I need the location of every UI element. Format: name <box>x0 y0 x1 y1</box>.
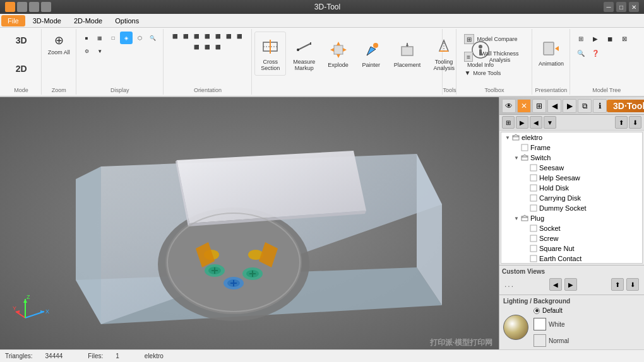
nav-btn-2[interactable]: ▶ <box>516 116 528 129</box>
btn-orient-9[interactable]: ⬛ <box>203 42 213 52</box>
tree-item[interactable]: ▼ elektro <box>501 132 642 143</box>
menu-options[interactable]: Options <box>109 14 145 28</box>
btn-tree-2[interactable]: ▶ <box>588 32 602 45</box>
btn-2d[interactable]: 2D <box>10 59 33 79</box>
svg-marker-24 <box>76 166 101 324</box>
viewport[interactable]: X Y Z 打印派·模型打印网 <box>0 97 499 349</box>
tree-item[interactable]: Hold Disk <box>501 183 642 193</box>
tree-item[interactable]: Screw <box>501 233 642 243</box>
svg-rect-68 <box>530 225 537 231</box>
btn-more-tools[interactable]: ▼ More Tools <box>460 67 528 79</box>
nav-btn-1[interactable]: ⊞ <box>502 116 515 129</box>
menu-file[interactable]: File <box>1 15 25 26</box>
panel-copy-btn[interactable]: ⧉ <box>578 99 592 113</box>
btn-placement[interactable]: Placement <box>388 32 427 76</box>
btn-orient-5[interactable]: ⬛ <box>213 32 224 42</box>
btn-tree-1[interactable]: ⊞ <box>574 32 588 45</box>
tree-item[interactable]: Socket <box>501 223 642 233</box>
zoom-label: Zoom <box>52 86 66 93</box>
btn-display-8[interactable]: ▼ <box>93 45 106 57</box>
btn-display-5[interactable]: ⬡ <box>133 32 146 44</box>
cv-nav-btn-2[interactable]: ▶ <box>564 278 577 291</box>
btn-display-4[interactable]: ◈ <box>120 32 133 44</box>
normal-label: Normal <box>549 337 569 344</box>
svg-marker-8 <box>337 42 340 45</box>
tree-item[interactable]: ▼ Switch <box>501 153 642 163</box>
btn-display-1[interactable]: ■ <box>80 32 93 44</box>
cv-dots: ... <box>504 280 515 289</box>
tree-expander[interactable]: ▼ <box>513 216 520 221</box>
nav-btn-6[interactable]: ⬇ <box>629 116 641 129</box>
btn-zoom-all[interactable]: ⊕ Zoom All <box>44 30 74 58</box>
btn-orient-4[interactable]: ⬛ <box>203 32 213 42</box>
more-tools-label: More Tools <box>473 70 501 76</box>
tree-item[interactable]: Square Nut <box>501 243 642 254</box>
cv-nav-btn-3[interactable]: ⬆ <box>611 278 624 291</box>
btn-orient-8[interactable]: ⬛ <box>192 42 202 52</box>
tree-item[interactable]: Seesaw <box>501 163 642 173</box>
btn-orient-6[interactable]: ⬛ <box>224 32 234 42</box>
panel-eye-btn[interactable]: 👁 <box>502 99 516 113</box>
tree-view[interactable]: ▼ elektro Frame ▼ Switch Seesaw Help See… <box>501 132 643 264</box>
btn-orient-10[interactable]: ⬛ <box>213 42 224 52</box>
lighting-sphere[interactable] <box>503 315 528 340</box>
panel-info-btn[interactable]: ℹ <box>593 99 607 113</box>
svg-text:Y: Y <box>13 305 16 312</box>
menu-2dmode[interactable]: 2D-Mode <box>68 14 109 28</box>
close-button[interactable]: ✕ <box>629 2 639 12</box>
wall-thickness-label: Wall Thickness Analysis <box>475 50 525 63</box>
btn-orient-2[interactable]: ⬛ <box>181 32 191 42</box>
panel-resize-btn[interactable]: ⊞ <box>532 99 546 113</box>
tree-expander[interactable]: ▼ <box>504 135 511 141</box>
btn-display-7[interactable]: ⚙ <box>80 45 93 57</box>
normal-swatch[interactable] <box>534 334 546 347</box>
btn-painter[interactable]: Painter <box>355 32 387 76</box>
nav-btn-4[interactable]: ▼ <box>544 116 556 129</box>
maximize-button[interactable]: □ <box>616 2 626 12</box>
tree-label: Screw <box>539 235 559 242</box>
tree-item[interactable]: Carrying Disk <box>501 193 642 203</box>
btn-display-2[interactable]: ▦ <box>93 32 106 44</box>
btn-orient-1[interactable]: ⬛ <box>170 32 181 42</box>
btn-explode[interactable]: Explode <box>322 32 354 76</box>
menu-3dmode[interactable]: 3D-Mode <box>27 14 68 28</box>
btn-wall-thickness[interactable]: ≡ Wall Thickness Analysis <box>460 48 528 66</box>
white-swatch[interactable] <box>534 318 546 330</box>
btn-display-6[interactable]: 🔍 <box>146 32 159 44</box>
tree-item[interactable]: Help Seesaw <box>501 173 642 183</box>
btn-orient-3[interactable]: ⬛ <box>192 32 202 42</box>
btn-model-compare[interactable]: ⊞ Model Compare <box>460 32 528 47</box>
btn-tree-3[interactable]: ◼ <box>603 32 617 45</box>
btn-display-3[interactable]: □ <box>107 32 119 44</box>
btn-measure-markup[interactable]: MeasureMarkup <box>287 32 321 76</box>
toolbar-group-mode: 3D 2D Mode <box>1 29 42 95</box>
tree-item[interactable]: Earth Contact <box>501 254 642 264</box>
cv-nav-btn-4[interactable]: ⬇ <box>626 278 639 291</box>
measure-icon <box>294 37 314 57</box>
btn-tree-6[interactable]: ❓ <box>588 46 602 60</box>
radio-default[interactable] <box>534 308 540 314</box>
model-tree-group-label: Model Tree <box>592 86 621 93</box>
btn-orient-7[interactable]: ⬛ <box>235 32 245 42</box>
cv-nav-btn-1[interactable]: ◀ <box>549 278 562 291</box>
model-name: elektro <box>145 353 164 359</box>
btn-animation[interactable]: Animation <box>533 30 569 74</box>
tree-expander[interactable]: ▼ <box>513 155 520 161</box>
minimize-button[interactable]: ─ <box>604 2 614 12</box>
panel-arrow2-btn[interactable]: ▶ <box>563 99 576 113</box>
tree-item[interactable]: ▼ Plug <box>501 213 642 223</box>
btn-tree-5[interactable]: 🔍 <box>574 46 588 60</box>
window-title: 3D-Tool <box>51 3 604 11</box>
tree-item[interactable]: Frame <box>501 143 642 153</box>
files-value: 1 <box>116 353 119 359</box>
btn-tree-4[interactable]: ⊠ <box>617 32 631 45</box>
btn-3d[interactable]: 3D <box>10 30 33 50</box>
nav-btn-3[interactable]: ◀ <box>530 116 542 129</box>
toolbar-group-orientation: ⬛ ⬛ ⬛ ⬛ ⬛ ⬛ ⬛ ⬛ ⬛ ⬛ Orientation <box>164 29 252 95</box>
svg-rect-61 <box>530 165 537 171</box>
tree-item[interactable]: Dummy Socket <box>501 203 642 213</box>
nav-btn-5[interactable]: ⬆ <box>615 116 628 129</box>
panel-arrow-btn[interactable]: ◀ <box>547 99 561 113</box>
btn-cross-section[interactable]: CrossSection <box>254 32 286 76</box>
panel-close-btn[interactable]: ✕ <box>517 99 531 113</box>
